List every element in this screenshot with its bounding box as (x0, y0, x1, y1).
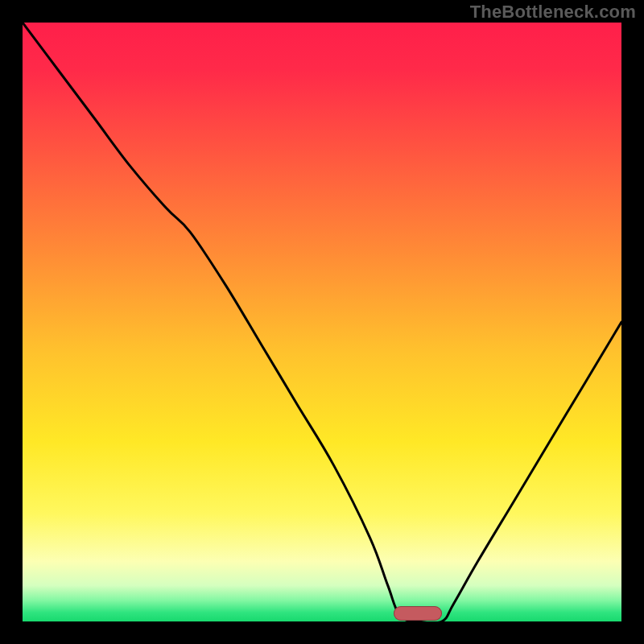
bottleneck-curve (23, 23, 621, 621)
plot-area (23, 23, 621, 621)
optimal-marker (394, 606, 442, 621)
chart-frame: TheBottleneck.com (0, 0, 644, 644)
watermark-text: TheBottleneck.com (470, 2, 636, 23)
